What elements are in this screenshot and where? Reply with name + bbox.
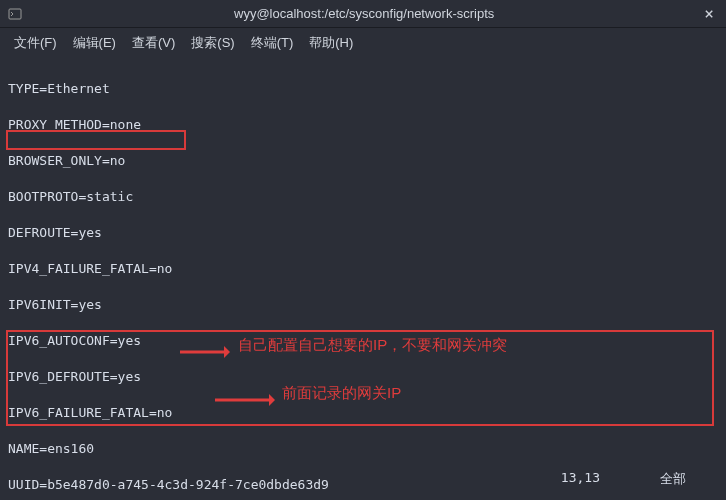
vim-statusbar: 13,13 全部 — [561, 470, 686, 488]
config-line: IPV4_FAILURE_FATAL=no — [8, 260, 724, 278]
config-line: BROWSER_ONLY=no — [8, 152, 724, 170]
arrow-icon — [215, 392, 275, 408]
cursor-position: 13,13 — [561, 470, 600, 488]
config-line: TYPE=Ethernet — [8, 80, 724, 98]
svg-marker-2 — [224, 346, 230, 358]
config-line: IPV6_FAILURE_FATAL=no — [8, 404, 724, 422]
config-line: PROXY_METHOD=none — [8, 116, 724, 134]
menu-view[interactable]: 查看(V) — [126, 31, 181, 55]
menu-help[interactable]: 帮助(H) — [303, 31, 359, 55]
arrow-icon — [180, 344, 230, 360]
scroll-status: 全部 — [660, 470, 686, 488]
menubar: 文件(F) 编辑(E) 查看(V) 搜索(S) 终端(T) 帮助(H) — [0, 28, 726, 58]
annotation-gateway: 前面记录的网关IP — [282, 384, 401, 403]
config-line: NAME=ens160 — [8, 440, 724, 458]
window-titlebar: wyy@localhost:/etc/sysconfig/network-scr… — [0, 0, 726, 28]
menu-terminal[interactable]: 终端(T) — [245, 31, 300, 55]
menu-edit[interactable]: 编辑(E) — [67, 31, 122, 55]
config-line: DEFROUTE=yes — [8, 224, 724, 242]
menu-file[interactable]: 文件(F) — [8, 31, 63, 55]
svg-rect-0 — [9, 9, 21, 19]
annotation-ip: 自己配置自己想要的IP，不要和网关冲突 — [238, 336, 507, 355]
svg-marker-4 — [269, 394, 275, 406]
config-line: IPV6INIT=yes — [8, 296, 724, 314]
terminal-icon — [8, 7, 28, 21]
menu-search[interactable]: 搜索(S) — [185, 31, 240, 55]
config-line: BOOTPROTO=static — [8, 188, 724, 206]
close-icon[interactable]: × — [700, 4, 718, 23]
terminal-content[interactable]: TYPE=Ethernet PROXY_METHOD=none BROWSER_… — [0, 58, 726, 500]
window-title: wyy@localhost:/etc/sysconfig/network-scr… — [28, 6, 700, 21]
